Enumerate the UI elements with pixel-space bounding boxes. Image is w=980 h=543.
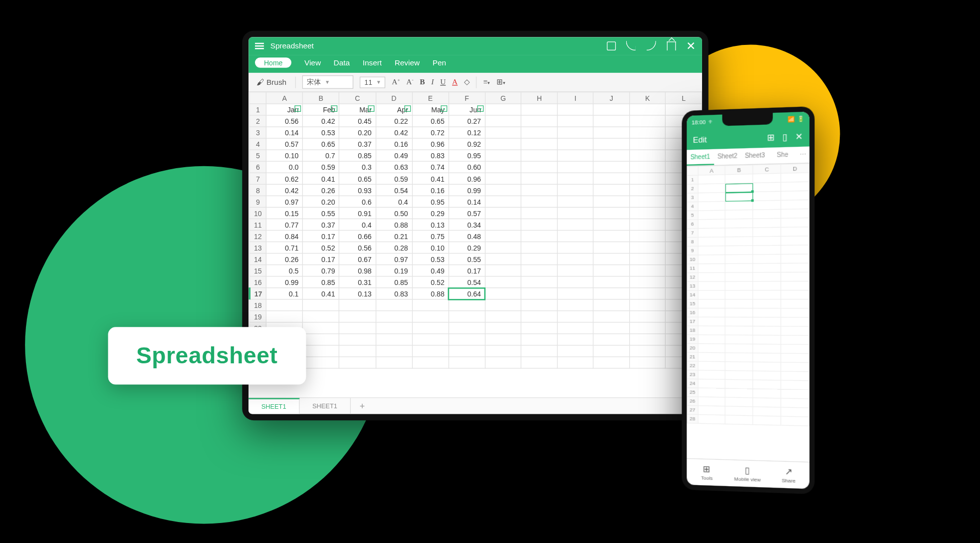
cell[interactable] bbox=[557, 115, 593, 127]
cell[interactable] bbox=[698, 326, 726, 335]
cell[interactable]: 0.16 bbox=[412, 184, 449, 196]
cell[interactable] bbox=[630, 115, 666, 127]
column-header[interactable]: D bbox=[781, 164, 809, 173]
cell[interactable] bbox=[593, 127, 629, 138]
cell[interactable]: 0.3 bbox=[339, 161, 376, 173]
cell[interactable] bbox=[412, 322, 449, 334]
column-header[interactable]: D bbox=[376, 92, 412, 104]
cell[interactable] bbox=[753, 227, 781, 237]
cell[interactable] bbox=[726, 237, 753, 246]
cell[interactable]: 0.63 bbox=[376, 161, 412, 173]
cell[interactable]: 0.95 bbox=[449, 150, 485, 161]
font-decrease-icon[interactable]: A- bbox=[406, 77, 413, 87]
cell[interactable]: 0.48 bbox=[449, 230, 485, 242]
row-header[interactable]: 12 bbox=[687, 272, 698, 281]
cell[interactable]: 0.85 bbox=[376, 276, 412, 288]
cell[interactable] bbox=[698, 255, 726, 264]
cell[interactable] bbox=[753, 281, 781, 290]
cell[interactable] bbox=[698, 175, 726, 184]
cell[interactable] bbox=[521, 265, 557, 276]
cell[interactable] bbox=[412, 299, 449, 311]
cell[interactable] bbox=[521, 184, 557, 196]
cell[interactable] bbox=[593, 196, 629, 207]
cell[interactable] bbox=[726, 326, 753, 335]
cell[interactable] bbox=[303, 311, 339, 322]
cell[interactable] bbox=[593, 219, 629, 230]
sheet-tab[interactable]: SHEET1 bbox=[299, 398, 350, 414]
cell[interactable] bbox=[521, 196, 557, 207]
row-header[interactable]: 28 bbox=[687, 414, 698, 423]
cell[interactable]: Feb▾ bbox=[303, 104, 339, 115]
row-header[interactable]: 12 bbox=[249, 230, 266, 242]
cell[interactable]: 0.97 bbox=[376, 254, 412, 265]
cell[interactable] bbox=[698, 228, 726, 237]
cell[interactable] bbox=[557, 242, 593, 253]
cell[interactable] bbox=[781, 398, 809, 408]
row-header[interactable]: 3 bbox=[687, 193, 698, 202]
cell[interactable] bbox=[521, 276, 557, 288]
phone-grid[interactable]: ABCD123456789101112131415161718192021222… bbox=[687, 163, 809, 462]
row-header[interactable]: 18 bbox=[687, 326, 698, 335]
cell[interactable] bbox=[630, 127, 666, 138]
cell[interactable] bbox=[630, 184, 666, 196]
cell[interactable] bbox=[339, 322, 376, 334]
cell[interactable] bbox=[726, 201, 753, 210]
cell[interactable] bbox=[593, 242, 629, 253]
cell[interactable] bbox=[630, 219, 666, 230]
cell[interactable] bbox=[339, 357, 376, 368]
cell[interactable] bbox=[339, 334, 376, 345]
cell[interactable]: May▾ bbox=[412, 104, 449, 115]
cell[interactable] bbox=[630, 196, 666, 207]
cell[interactable] bbox=[303, 334, 339, 345]
cell[interactable]: 0.4 bbox=[339, 219, 376, 230]
cell[interactable]: 0.84 bbox=[266, 230, 303, 242]
cell[interactable] bbox=[753, 218, 781, 228]
cell[interactable] bbox=[726, 264, 753, 272]
cell[interactable] bbox=[753, 264, 781, 272]
cell[interactable] bbox=[753, 380, 781, 389]
cell[interactable] bbox=[698, 219, 726, 229]
cell[interactable] bbox=[630, 357, 666, 368]
fontsize-select[interactable]: 11 ▼ bbox=[360, 76, 385, 88]
phone-sheet-tab[interactable]: Sheet1 bbox=[687, 149, 714, 166]
row-header[interactable]: 23 bbox=[687, 370, 698, 379]
cell[interactable] bbox=[726, 388, 753, 398]
cell[interactable] bbox=[449, 322, 485, 334]
cell[interactable] bbox=[781, 335, 809, 344]
cell[interactable] bbox=[753, 371, 781, 380]
cell[interactable] bbox=[521, 161, 557, 173]
cell[interactable] bbox=[726, 317, 753, 326]
cell[interactable] bbox=[485, 127, 521, 138]
cell[interactable]: 0.60 bbox=[449, 161, 485, 173]
tab-review[interactable]: Review bbox=[395, 58, 420, 67]
cell[interactable] bbox=[698, 352, 726, 361]
cell[interactable] bbox=[630, 138, 666, 150]
cell[interactable] bbox=[781, 416, 809, 426]
cell[interactable] bbox=[753, 272, 781, 281]
cell[interactable]: Mar▾ bbox=[339, 104, 376, 115]
cell[interactable] bbox=[630, 242, 666, 253]
cell[interactable]: 0.79 bbox=[303, 265, 339, 276]
spreadsheet-grid[interactable]: ABCDEFGHIJKL1Jan▾Feb▾Mar▾Apr▾May▾Jun▾20.… bbox=[248, 92, 702, 397]
cell[interactable] bbox=[726, 183, 753, 192]
filter-icon[interactable]: ▾ bbox=[477, 105, 484, 112]
cell[interactable] bbox=[521, 254, 557, 265]
cell[interactable] bbox=[557, 184, 593, 196]
cell[interactable] bbox=[557, 138, 593, 150]
cell[interactable] bbox=[726, 344, 753, 353]
cell[interactable]: 0.13 bbox=[412, 219, 449, 230]
cell[interactable]: 0.54 bbox=[449, 276, 485, 288]
cell[interactable] bbox=[781, 371, 809, 381]
cell[interactable] bbox=[557, 127, 593, 138]
cell[interactable]: 0.52 bbox=[303, 242, 339, 253]
row-header[interactable]: 27 bbox=[687, 405, 698, 414]
cell[interactable]: 0.10 bbox=[412, 242, 449, 253]
cell[interactable] bbox=[726, 335, 753, 344]
cell[interactable]: 0.17 bbox=[449, 265, 485, 276]
cell[interactable] bbox=[593, 334, 629, 345]
cell[interactable] bbox=[557, 288, 593, 299]
cell[interactable]: 0.20 bbox=[303, 196, 339, 207]
cell[interactable] bbox=[376, 334, 412, 345]
cell[interactable] bbox=[339, 299, 376, 311]
cell[interactable] bbox=[698, 272, 726, 281]
